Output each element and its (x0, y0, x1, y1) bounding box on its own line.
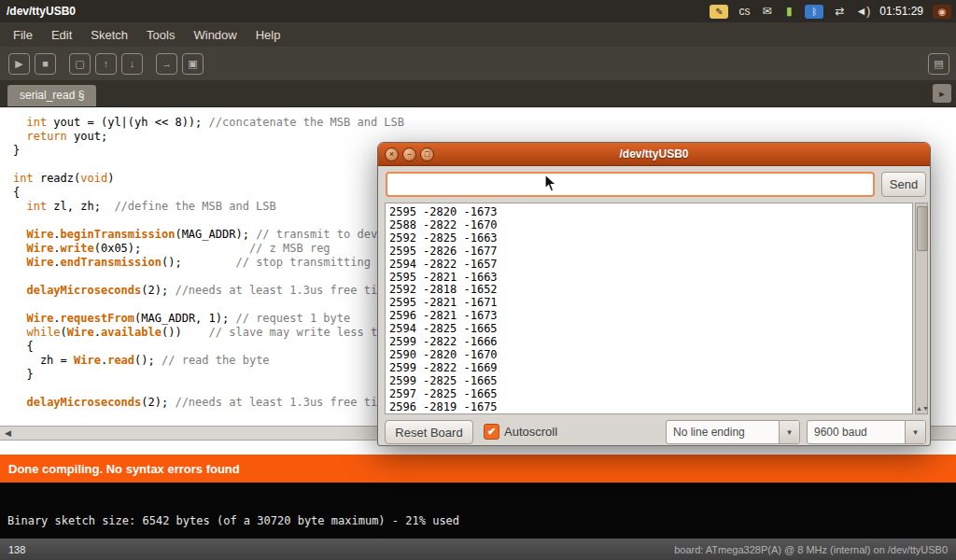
menu-help[interactable]: Help (246, 24, 290, 46)
serial-monitor-button[interactable]: ▤ (928, 53, 949, 75)
tab-serial-read[interactable]: serial_read § (7, 85, 96, 106)
serial-monitor-title: /dev/ttyUSB0 (378, 147, 930, 161)
notes-icon[interactable]: ✎ (710, 5, 728, 19)
keyboard-layout-indicator[interactable]: cs (738, 4, 751, 19)
menu-sketch[interactable]: Sketch (81, 24, 137, 46)
session-menu-icon[interactable]: ◉ (933, 5, 951, 19)
toolbar: ▶■▢↑↓→▣ ▤ (0, 47, 956, 80)
menu-tools[interactable]: Tools (137, 24, 184, 46)
toolbar-buttons: ▶■▢↑↓→▣ (8, 53, 204, 75)
chevron-down-icon[interactable]: ▾ (779, 421, 799, 443)
compile-status-message: Done compiling. No syntax errors found (8, 462, 240, 476)
open-button[interactable]: ↑ (95, 53, 117, 75)
serial-output-line: 2595 -2820 -1673 (389, 206, 912, 219)
serial-output-area[interactable]: 2595 -2820 -16732588 -2822 -16702592 -28… (385, 203, 913, 414)
serial-output-line: 2595 -2826 -1677 (389, 245, 912, 259)
serial-monitor-window: ×−□ /dev/ttyUSB0 Send 2595 -2820 -167325… (377, 142, 931, 446)
serial-output-line: 2590 -2820 -1670 (389, 349, 912, 362)
serial-output-scrollbar[interactable]: ▲▼ (915, 203, 928, 414)
baud-rate-dropdown[interactable]: 9600 baud ▾ (807, 420, 926, 444)
network-icon[interactable]: ⇄ (833, 4, 846, 19)
serial-output-line: 2592 -2825 -1663 (389, 232, 912, 245)
minimize-button[interactable]: − (402, 147, 416, 161)
tab-menu-button[interactable]: ▸ (933, 84, 951, 103)
send-button[interactable]: Send (881, 172, 926, 197)
tabbar: serial_read § ▸ (0, 80, 956, 106)
save-button[interactable]: ↓ (121, 53, 143, 75)
serial-output-line: 2594 -2822 -1657 (389, 259, 912, 272)
scrollbar-arrows-icon[interactable]: ▲▼ (916, 405, 927, 413)
console-output: Binary sketch size: 6542 bytes (of a 307… (0, 483, 956, 539)
maximize-button[interactable]: □ (420, 147, 434, 161)
serial-output-line: 2596 -2821 -1673 (389, 310, 912, 323)
baud-rate-value: 9600 baud (808, 421, 905, 443)
serial-output-line: 2595 -2821 -1671 (389, 297, 912, 310)
window-controls: ×−□ (385, 147, 434, 161)
serial-send-input[interactable] (386, 172, 875, 197)
console-text: Binary sketch size: 6542 bytes (of a 307… (7, 514, 459, 527)
code-line: int yout = (yl|(yh << 8)); //concatenate… (13, 116, 956, 130)
upload-button[interactable]: → (156, 53, 177, 75)
verify-button[interactable]: ▶ (8, 53, 30, 75)
menu-window[interactable]: Window (184, 24, 246, 46)
line-ending-dropdown[interactable]: No line ending ▾ (666, 420, 800, 444)
battery-icon[interactable]: ▮ (782, 4, 795, 19)
autoscroll-label: Autoscroll (504, 425, 557, 439)
system-tray: ✎cs✉▮ᛒ⇄◄)01:51:29◉ (710, 4, 951, 19)
toolbar-right: ▤ (928, 53, 949, 75)
menu-edit[interactable]: Edit (42, 24, 81, 46)
new-sketch-button[interactable]: ▢ (69, 53, 91, 75)
cursor-line-number: 138 (8, 544, 25, 555)
serial-output-line: 2588 -2822 -1670 (389, 219, 912, 232)
line-ending-value: No line ending (667, 421, 779, 443)
serial-output-line: 2599 -2825 -1665 (389, 375, 912, 388)
bluetooth-icon[interactable]: ᛒ (805, 5, 823, 19)
scroll-left-icon[interactable]: ◀ (5, 428, 11, 438)
autoscroll-checkbox[interactable]: ✔ (484, 424, 499, 440)
serial-output-line: 2594 -2825 -1665 (389, 323, 912, 336)
close-button[interactable]: × (385, 147, 399, 161)
serial-output-lines: 2595 -2820 -16732588 -2822 -16702592 -28… (389, 206, 912, 414)
menu-file[interactable]: File (4, 24, 42, 46)
clock[interactable]: 01:51:29 (879, 4, 923, 19)
desktop: /dev/ttyUSB0 ✎cs✉▮ᛒ⇄◄)01:51:29◉ FileEdit… (0, 0, 956, 560)
ide-status-line: 138 board: ATmega328P(A) @ 8 MHz (intern… (0, 539, 956, 560)
stop-button[interactable]: ■ (35, 53, 56, 75)
top-panel: /dev/ttyUSB0 ✎cs✉▮ᛒ⇄◄)01:51:29◉ (0, 0, 956, 22)
serial-output-line: 2595 -2821 -1663 (389, 272, 912, 285)
menubar: FileEditSketchToolsWindowHelp (0, 22, 956, 47)
serial-output-line: 2599 -2822 -1666 (389, 336, 912, 349)
board-info: board: ATmega328P(A) @ 8 MHz (internal) … (674, 544, 948, 555)
serial-output-line: 2597 -2825 -1665 (389, 388, 912, 401)
chevron-down-icon[interactable]: ▾ (905, 421, 925, 443)
active-window-title: /dev/ttyUSB0 (7, 5, 76, 18)
mail-icon[interactable]: ✉ (760, 4, 773, 19)
serial-output-line: 2596 -2819 -1675 (389, 401, 912, 414)
reset-board-button[interactable]: Reset Board (385, 420, 473, 444)
serial-output-line: 2592 -2818 -1652 (389, 284, 912, 297)
export-button[interactable]: ▣ (182, 53, 204, 75)
compile-status-bar: Done compiling. No syntax errors found (0, 455, 956, 483)
serial-output-line: 2599 -2822 -1669 (389, 362, 912, 375)
scrollbar-thumb[interactable] (917, 206, 928, 251)
serial-monitor-titlebar[interactable]: ×−□ /dev/ttyUSB0 (378, 143, 930, 166)
volume-icon[interactable]: ◄) (855, 4, 870, 19)
